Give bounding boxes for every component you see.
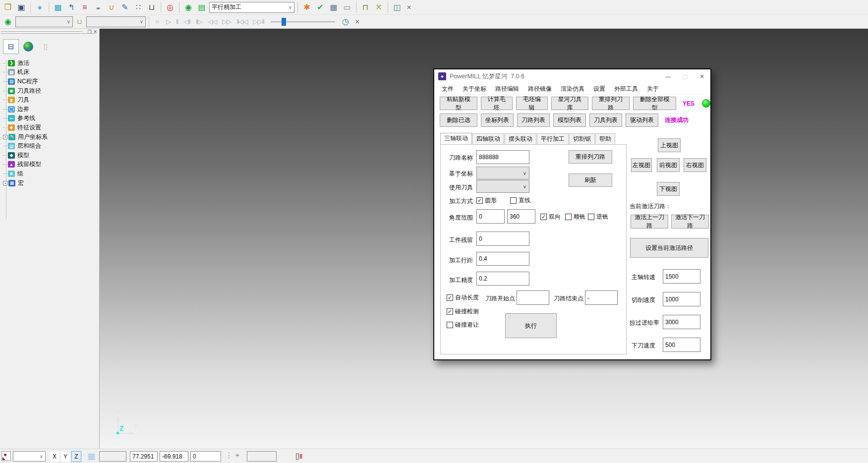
cutting-feed-input[interactable] <box>663 292 700 306</box>
bidirectional-checkbox[interactable]: ✓ 双向 <box>540 213 561 221</box>
plunge-feed-input[interactable] <box>663 338 700 352</box>
view-top-button[interactable]: 上视图 <box>658 138 681 152</box>
tab-3axis[interactable]: 三轴联动 <box>440 133 472 145</box>
clipboard-sim-icon[interactable]: ▯‖ <box>295 452 302 461</box>
go-to-end-button[interactable]: ▷▷‖ <box>251 16 266 28</box>
menu-settings[interactable]: 设置 <box>589 85 610 93</box>
compare-models-icon[interactable]: ◫ <box>391 1 403 13</box>
workplane-dropdown[interactable]: ∨ <box>13 451 46 462</box>
measure-icon[interactable]: ▭ <box>341 1 353 13</box>
fast-forward-button[interactable]: ▷▷ <box>220 16 233 28</box>
active-toolpath-dropdown[interactable]: 平行精加工 ∨ <box>209 2 294 13</box>
tab-head-tilt[interactable]: 摆头联动 <box>505 133 536 145</box>
tree-item-groups[interactable]: ■ 组 <box>3 169 99 178</box>
tree-item-tools[interactable]: ▮ 刀具 <box>3 95 99 105</box>
model-list-button[interactable]: 模型列表 <box>553 114 586 127</box>
go-to-start-button[interactable]: ‖◁◁ <box>234 16 249 28</box>
open-file-icon[interactable]: ❒ <box>2 1 14 13</box>
tab-explorer-recycle[interactable]: ▯ <box>38 39 54 54</box>
panel-float-icon[interactable]: ❐ <box>87 29 91 34</box>
spindle-speed-input[interactable] <box>663 269 700 284</box>
collision-avoid-checkbox[interactable]: 碰撞避让 <box>447 321 479 329</box>
dialog-titlebar[interactable]: ✦ PowerMILL 忆梦星河 7.0.6 — ▢ ✕ <box>434 69 710 83</box>
minimize-button[interactable]: — <box>660 70 677 83</box>
tab-help[interactable]: 帮助 <box>595 133 615 145</box>
simulation-speed-slider[interactable] <box>271 17 335 27</box>
auto-length-checkbox[interactable]: ✓ 自动长度 <box>447 293 479 302</box>
tool-ball-icon[interactable]: ◒ <box>92 1 104 13</box>
play-button[interactable]: ▷ <box>164 16 173 28</box>
skim-feed-input[interactable] <box>663 315 700 329</box>
stock-allowance-input[interactable] <box>476 232 529 246</box>
toolbar-close-icon[interactable]: ✕ <box>405 3 413 12</box>
rapid-move-icon[interactable]: ↰ <box>65 1 77 13</box>
rewind-button[interactable]: ◁◁ <box>206 16 219 28</box>
tab-4axis[interactable]: 四轴联动 <box>472 133 504 145</box>
sidebar-grip[interactable]: ❐ ✕ <box>0 29 99 37</box>
tree-item-macros[interactable]: + ▦ 宏 <box>3 178 99 188</box>
view-right-button[interactable]: 右视图 <box>684 158 706 172</box>
menu-path-mirror[interactable]: 路径镜像 <box>523 85 556 93</box>
toolpath-list-icon[interactable]: ▤ <box>196 1 208 13</box>
activate-prev-toolpath-button[interactable]: 激活上一刀路 <box>631 215 668 229</box>
save-icon[interactable]: ▣ <box>15 1 27 13</box>
drive-list-button[interactable]: 驱动列表 <box>626 114 658 127</box>
pick-point-button[interactable] <box>1 451 11 461</box>
sim-tool-dropdown[interactable]: ∨ <box>86 16 146 27</box>
tree-item-machine[interactable]: ▦ 机床 <box>3 68 99 77</box>
clock-icon[interactable]: ◷ <box>340 16 351 28</box>
delete-all-models-button[interactable]: 删除全部模型 <box>633 97 676 110</box>
grid-size-field[interactable] <box>99 451 126 462</box>
climb-mill-checkbox[interactable]: 顺铣 <box>565 213 585 221</box>
refresh-button[interactable]: 刷新 <box>569 174 612 187</box>
menu-about-coords[interactable]: 关于坐标 <box>458 85 491 93</box>
tree-item-patterns[interactable]: ✂ 参考线 <box>3 114 99 123</box>
expand-icon[interactable]: + <box>3 135 7 139</box>
tab-parallel[interactable]: 平行加工 <box>537 133 569 145</box>
reorder-toolpath-button[interactable]: 重排列刀路 <box>569 150 612 164</box>
block-icon[interactable]: ▩ <box>52 1 64 13</box>
step-forward-button[interactable]: ‖▷ <box>194 16 204 28</box>
reorder-toolpaths-button[interactable]: 重排列刀路 <box>592 97 630 110</box>
coord-list-button[interactable]: 坐标列表 <box>481 114 514 127</box>
angle-to-input[interactable] <box>507 209 535 224</box>
sphere-icon[interactable]: ● <box>34 1 46 13</box>
start-point-input[interactable] <box>517 290 549 305</box>
tree-item-boundaries[interactable]: ◯ 边界 <box>3 105 99 114</box>
set-active-path-button[interactable]: 设置当前激活路径 <box>630 238 708 258</box>
conventional-mill-checkbox[interactable]: 逆铣 <box>588 213 608 221</box>
tab-explorer-web[interactable] <box>20 39 36 54</box>
close-button[interactable]: ✕ <box>694 70 710 83</box>
toolpath-list-button[interactable]: 刀路列表 <box>517 114 550 127</box>
menu-path-edit[interactable]: 路径编辑 <box>491 85 523 93</box>
points-icon[interactable]: ∷ <box>132 1 144 13</box>
lamp-icon[interactable]: ○ <box>152 16 163 27</box>
tool-list-button[interactable]: 刀具列表 <box>589 114 622 127</box>
tree-item-workplanes[interactable]: + ✎ 用户坐标系 <box>3 132 99 142</box>
tree-item-models[interactable]: ◆ 模型 <box>3 151 99 160</box>
calc-block-button[interactable]: 计算毛坯 <box>481 97 513 110</box>
line-checkbox[interactable]: 直线 <box>510 196 530 205</box>
angle-from-input[interactable] <box>476 209 505 224</box>
view-front-button[interactable]: 前视图 <box>657 158 680 172</box>
tool-pair-icon[interactable]: ⊓ <box>359 1 371 13</box>
tree-item-toolpaths[interactable]: ◉ 刀具路径 <box>3 86 99 96</box>
tab-saw[interactable]: 切割锯 <box>569 133 595 145</box>
feedrate-tool-icon[interactable]: ◎ <box>164 1 176 13</box>
end-point-input[interactable] <box>585 290 618 305</box>
tree-item-nc-programs[interactable]: ▤ NC程序 <box>3 77 99 86</box>
tree-item-activate[interactable]: ❯ 激活 <box>3 58 99 68</box>
view-left-button[interactable]: 左视图 <box>631 158 652 172</box>
tool-library-button[interactable]: 星河刀具库 <box>551 97 589 110</box>
z-axis-button[interactable]: Z <box>71 451 81 462</box>
collision-check-icon[interactable]: ∪ <box>106 1 117 13</box>
menu-external-tools[interactable]: 外部工具 <box>610 85 642 93</box>
toolpath-name-input[interactable] <box>476 150 529 164</box>
based-coord-dropdown[interactable]: ∨ <box>476 167 529 179</box>
tool-star-icon[interactable]: ✱ <box>301 1 313 13</box>
maximize-button[interactable]: ▢ <box>677 70 694 83</box>
menu-about[interactable]: 关于 <box>642 85 663 93</box>
simulate-verify-icon[interactable]: ✔ <box>314 1 326 13</box>
calculator-icon[interactable]: ▦ <box>328 1 340 13</box>
tree-item-stock-models[interactable]: ▲ 残留模型 <box>3 160 99 170</box>
